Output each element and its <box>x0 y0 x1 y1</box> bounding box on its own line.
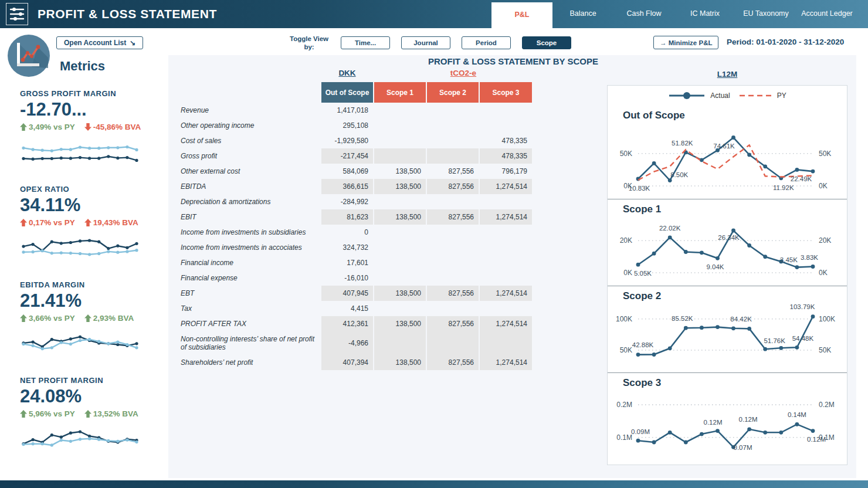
empty-header-cell <box>176 82 321 103</box>
metric-name: EBITDA MARGIN <box>20 280 168 289</box>
toggle-button-time[interactable]: Time... <box>341 36 390 49</box>
svg-text:26.34K: 26.34K <box>718 234 740 241</box>
row-value: 81,623 <box>321 209 374 225</box>
row-value <box>374 255 426 270</box>
svg-text:0.14M: 0.14M <box>788 411 806 418</box>
arrow-up-icon <box>20 123 27 131</box>
row-value: 1,274,514 <box>479 286 532 301</box>
line-chart-scope-3: 0.1M0.1M0.2M0.2M0.09M0.12M0.07M0.12M0.14… <box>608 389 847 465</box>
sparkline-chart <box>20 422 140 455</box>
actual-line-icon <box>668 92 706 100</box>
chart-block-scope-1: Scope 10K0K20K20K5.05K22.02K9.04K26.34K3… <box>608 199 847 286</box>
metrics-list: GROSS PROFIT MARGIN-12.70...3,49% vs PY-… <box>0 80 168 457</box>
toggle-button-journal[interactable]: Journal <box>401 36 450 49</box>
row-value: -16,010 <box>321 270 374 286</box>
row-value: 138,500 <box>374 179 426 194</box>
row-value: 478,335 <box>479 148 532 164</box>
row-value <box>426 118 479 133</box>
svg-text:50K: 50K <box>620 150 632 158</box>
column-header-scope-3[interactable]: Scope 3 <box>479 82 532 103</box>
chart-title: Scope 3 <box>608 373 847 389</box>
row-value <box>374 331 426 355</box>
chart-title: Out of Scope <box>608 106 847 121</box>
row-value <box>426 331 479 355</box>
row-value <box>479 225 532 240</box>
py-line-icon <box>738 92 772 100</box>
row-value <box>479 118 532 133</box>
svg-text:Jan 2020: Jan 2020 <box>623 464 653 465</box>
row-value: 412,361 <box>321 316 374 331</box>
toggle-view-label: Toggle View by: <box>289 35 330 52</box>
row-value <box>374 118 426 133</box>
arrow-up-icon <box>84 314 91 322</box>
tab-account-ledger[interactable]: Account Ledger <box>796 0 857 28</box>
pnl-dashboard: PROFIT & LOSS STATEMENT P&LBalanceCash F… <box>0 0 868 488</box>
column-header-scope-2[interactable]: Scope 2 <box>426 82 479 103</box>
arrow-down-icon <box>84 123 91 131</box>
svg-text:22.49K: 22.49K <box>791 175 812 182</box>
row-value: 138,500 <box>374 209 426 225</box>
column-header-out-of-scope[interactable]: Out of Scope <box>321 82 374 103</box>
table-row-income-from-investments-in-subsidiaries: Income from investments in subsidiaries0 <box>176 225 532 240</box>
row-label: Financial expense <box>176 270 321 286</box>
open-account-list-label: Open Account List <box>64 39 126 47</box>
pnl-table: Out of ScopeScope 1Scope 2Scope 3 Revenu… <box>176 82 532 370</box>
row-value <box>374 194 426 209</box>
metrics-section-title: Metrics <box>60 59 143 74</box>
open-account-list-button[interactable]: Open Account List↘ <box>56 36 143 49</box>
row-value: -217,454 <box>321 148 374 164</box>
row-value: -4,966 <box>321 331 374 355</box>
table-row-ebt: EBT407,945138,500827,5561,274,514 <box>176 286 532 301</box>
svg-text:5.05K: 5.05K <box>634 270 652 277</box>
table-row-non-controlling-interests-share-of-net-p: Non-controlling interests’ share of net … <box>176 331 532 355</box>
row-value: 366,615 <box>321 179 374 194</box>
metric-delta: 3,66% vs PY <box>20 314 75 323</box>
table-row-ebitda: EBITDA366,615138,500827,5561,274,514 <box>176 179 532 194</box>
toggle-button-period[interactable]: Period <box>462 36 511 49</box>
row-value <box>374 103 426 118</box>
row-label: Financial income <box>176 255 321 270</box>
row-label: Gross profit <box>176 148 321 164</box>
tab-balance[interactable]: Balance <box>552 0 613 28</box>
unit-toggle-tco2e[interactable]: tCO2-e <box>411 69 516 77</box>
svg-text:51.82K: 51.82K <box>672 140 693 147</box>
unit-toggle-dkk[interactable]: DKK <box>321 69 374 77</box>
row-value: 138,500 <box>374 355 426 370</box>
tab-p-l[interactable]: P&L <box>491 2 552 28</box>
metrics-sidebar: Open Account List↘ Metrics GROSS PROFIT … <box>0 28 168 480</box>
svg-text:0K: 0K <box>819 269 828 277</box>
row-label: Other external cost <box>176 164 321 179</box>
svg-text:0K: 0K <box>623 269 632 277</box>
tab-ic-matrix[interactable]: IC Matrix <box>674 0 735 28</box>
minimize-pnl-button[interactable]: → Minimize P&L <box>653 36 718 49</box>
metric-delta: 13,52% BVA <box>84 409 138 418</box>
row-label: Shareholders’ net profit <box>176 355 321 370</box>
row-value: 324,732 <box>321 240 374 255</box>
row-value: 827,556 <box>426 355 479 370</box>
row-label: EBIT <box>176 209 321 225</box>
tab-eu-taxonomy[interactable]: EU Taxonomy <box>735 0 796 28</box>
legend-py-label: PY <box>777 92 786 100</box>
row-value: -284,992 <box>321 194 374 209</box>
svg-text:22.02K: 22.02K <box>659 225 681 232</box>
column-header-scope-1[interactable]: Scope 1 <box>374 82 426 103</box>
svg-text:54.48K: 54.48K <box>792 335 814 342</box>
l12m-toggle[interactable]: L12M <box>607 70 847 79</box>
minimize-pnl-label: Minimize P&L <box>669 39 713 46</box>
metric-name: GROSS PROFIT MARGIN <box>20 89 168 98</box>
row-value: 0 <box>321 225 374 240</box>
line-chart-out-of-scope: 0K0K50K50K10.83K8.50K51.82K74.61K11.92K2… <box>608 121 847 196</box>
metric-card-net-profit-margin: NET PROFIT MARGIN24.08%5,96% vs PY13,52%… <box>20 376 168 457</box>
legend-actual-label: Actual <box>710 92 730 100</box>
tab-cash-flow[interactable]: Cash Flow <box>613 0 674 28</box>
svg-text:103.79K: 103.79K <box>790 303 815 310</box>
chart-title: Scope 1 <box>608 199 847 215</box>
svg-text:0.12M: 0.12M <box>739 416 758 423</box>
svg-text:0K: 0K <box>819 182 828 190</box>
svg-text:0.07M: 0.07M <box>734 444 752 451</box>
row-value: 1,274,514 <box>479 355 532 370</box>
arrow-up-icon <box>84 219 91 226</box>
row-label: EBITDA <box>176 179 321 194</box>
toggle-button-scope[interactable]: Scope <box>522 36 571 49</box>
svg-text:3.83K: 3.83K <box>801 254 818 261</box>
